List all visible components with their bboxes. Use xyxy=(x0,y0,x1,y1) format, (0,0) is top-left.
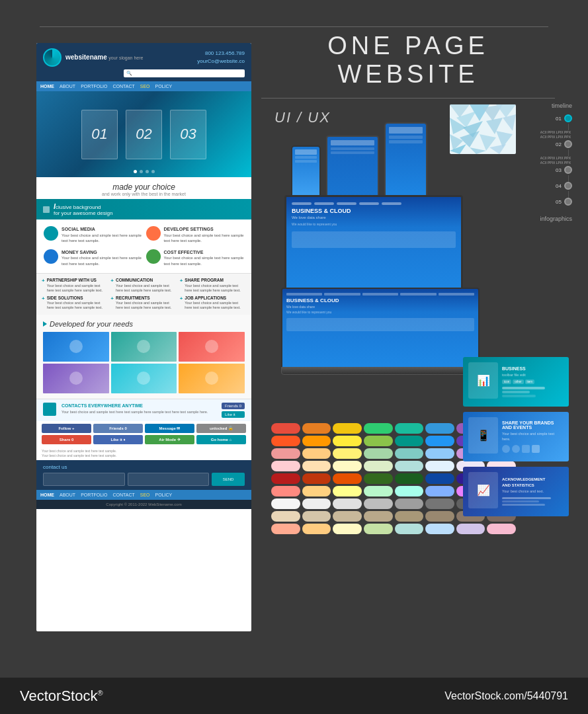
nav-about[interactable]: ABOUT xyxy=(60,84,75,89)
bottom-nav-about[interactable]: ABOUT xyxy=(60,493,75,497)
message-button[interactable]: Message ✉ xyxy=(145,424,194,433)
unlocked-button[interactable]: unlocked 🔓 xyxy=(196,424,246,433)
contacts-body: Your best choice and sample text here te… xyxy=(62,410,208,414)
link-text-6: JOB APPLICATIONS Your best choice and sa… xyxy=(185,296,246,311)
dot-1 xyxy=(134,170,137,173)
rthumb-sub-2: Your best choice and simple text here. xyxy=(502,432,564,442)
timeline-circle-5 xyxy=(564,198,572,206)
bottom-nav-seo[interactable]: SEO xyxy=(140,493,150,497)
form-send-button[interactable]: SEND xyxy=(212,473,245,486)
timeline-circle-1 xyxy=(564,114,572,122)
desktop-monitor: BUSINESS & CLOUD We love data share We w… xyxy=(284,195,463,301)
desktop-nav xyxy=(292,202,456,205)
service-icon-2 xyxy=(146,226,161,241)
rthumb-chips-1: icon other item xyxy=(502,379,564,384)
contact-form-title: contact us xyxy=(43,464,245,470)
service-icon-3 xyxy=(44,249,58,264)
thumb-4 xyxy=(43,364,109,393)
swatch xyxy=(364,436,393,446)
pattern-thumbnail xyxy=(450,104,516,154)
rthumb-text-3: ACKNOWLEDGEMENT AND STATISTICS Your best… xyxy=(502,472,564,511)
banner-text: Iclusive background for your awesome des… xyxy=(54,202,112,216)
timeline-num-4: 04 xyxy=(556,183,562,189)
swatch xyxy=(364,498,393,509)
nav-seo[interactable]: SEO xyxy=(140,84,150,89)
nav-contact[interactable]: CONTACT xyxy=(112,84,134,89)
right-thumb-1: 📊 BUSINESS toolbar file edit icon other … xyxy=(463,357,569,407)
swatch xyxy=(271,498,300,509)
swatch xyxy=(333,498,362,509)
timeline-item-1: 01 xyxy=(556,114,572,122)
like-button[interactable]: Like it ♦ xyxy=(93,435,143,444)
form-field-name[interactable] xyxy=(43,473,125,486)
bottom-nav-home[interactable]: HOME xyxy=(40,493,54,497)
right-thumb-2: 📱 SHARE YOUR BRANDS AND EVENTS Your best… xyxy=(463,412,569,461)
hero-box-3: 03 xyxy=(170,110,206,159)
swatch xyxy=(425,486,454,496)
feature-sub-text: and work only with the best in the marke… xyxy=(43,192,245,196)
timeline-num-2: 02 xyxy=(556,141,562,147)
service-icon-4 xyxy=(146,249,161,264)
link-share: + SHARE PROGRAM Your best choice and sam… xyxy=(179,276,247,294)
teal-banner: Iclusive background for your awesome des… xyxy=(36,199,251,219)
nav-home[interactable]: HOME xyxy=(40,84,54,89)
swatch xyxy=(487,524,516,534)
swatch xyxy=(395,436,424,446)
swatch xyxy=(333,511,362,522)
follow-button[interactable]: Follow + xyxy=(42,424,91,433)
tablet-screen xyxy=(327,137,378,200)
nav-policy[interactable]: POLICY xyxy=(155,84,173,89)
svg-marker-15 xyxy=(489,144,506,154)
rthumb-title-3: ACKNOWLEDGEMENT xyxy=(502,477,564,481)
thumb-2 xyxy=(111,332,177,362)
swatch xyxy=(364,473,393,484)
nav-portfolio[interactable]: PORTFOLIO xyxy=(81,84,107,89)
developed-section: Developed for your needs xyxy=(36,315,251,399)
swatch xyxy=(395,486,424,496)
banner-icon xyxy=(43,206,50,213)
gohome-button[interactable]: Go home ⌂ xyxy=(196,435,246,444)
timeline-circle-2 xyxy=(564,140,572,148)
main-nav: HOME ABOUT PORTFOLIO CONTACT SEO POLICY xyxy=(36,81,251,91)
mockup-logo: websitename your slogan here xyxy=(43,48,143,67)
share-button[interactable]: Share 0 xyxy=(42,435,91,444)
icon-chips xyxy=(502,445,564,453)
dot-3 xyxy=(146,170,149,173)
like-btn[interactable]: Like it xyxy=(222,411,245,418)
contacts-title: CONTACTS EVERYWHERE ANYTIME xyxy=(62,403,143,408)
links-grid: + PARTNERSHIP WITH US Your best choice a… xyxy=(36,273,251,314)
rthumb-sub-1: toolbar file edit xyxy=(502,373,564,378)
rthumb-inner-1: 📊 BUSINESS toolbar file edit icon other … xyxy=(463,357,569,407)
tablet-device xyxy=(326,136,379,202)
timeline-items: 01 ACII PPIX LPIX PPXACII PPIX LPIX PPX … xyxy=(523,114,572,206)
swatch xyxy=(395,511,424,522)
swatch xyxy=(302,448,331,459)
bottom-nav-portfolio[interactable]: PORTFOLIO xyxy=(81,493,107,497)
swatch xyxy=(395,524,424,534)
link-text-2: COMMUNICATION Your best choice and sampl… xyxy=(116,278,177,293)
chip: icon xyxy=(502,379,511,384)
swatch xyxy=(333,436,362,446)
contacts-buttons: Friends 0 Like it xyxy=(222,403,245,418)
form-field-email[interactable] xyxy=(128,473,210,486)
timeline-section: timeline 01 ACII PPIX LPIX PPXACII PPIX … xyxy=(523,102,572,222)
swatch xyxy=(456,524,485,534)
timeline-item-4: 04 xyxy=(556,182,572,190)
swatch xyxy=(333,448,362,459)
footer: VectorStock® VectorStock.com/5440791 xyxy=(0,678,588,714)
timeline-label: timeline xyxy=(523,102,572,109)
swatch xyxy=(395,473,424,484)
search-bar: 🔍 xyxy=(124,69,245,77)
thumbnails-grid xyxy=(43,332,245,393)
friends-button[interactable]: Friends 0 xyxy=(93,424,143,433)
infographics-label: infographics xyxy=(523,216,572,222)
rthumb-text-1: BUSINESS toolbar file edit icon other it… xyxy=(502,362,564,401)
right-thumbnails: 📊 BUSINESS toolbar file edit icon other … xyxy=(463,357,572,522)
link-communication: + COMMUNICATION Your best choice and sam… xyxy=(109,276,178,294)
bottom-nav-policy[interactable]: POLICY xyxy=(155,493,173,497)
hero-dots xyxy=(134,170,155,173)
bottom-nav-contact[interactable]: CONTACT xyxy=(112,493,134,497)
timeline-desc-2: ACII PPIX LPIX PPXACII PPIX LPIX PPX xyxy=(540,156,571,165)
friends-btn[interactable]: Friends 0 xyxy=(222,403,245,409)
airmode-button[interactable]: Air Mode ✈ xyxy=(145,435,194,444)
